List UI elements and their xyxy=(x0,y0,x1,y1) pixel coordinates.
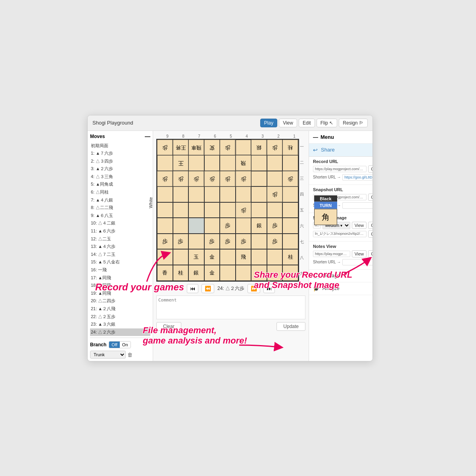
prev-move-button[interactable]: ⏪ xyxy=(202,284,214,293)
shorten-label[interactable]: Shorten URL → xyxy=(313,175,341,179)
board-cell[interactable]: 飛車 xyxy=(188,140,204,155)
board-cell[interactable] xyxy=(220,186,236,202)
board-cell[interactable] xyxy=(251,186,267,202)
board-cell[interactable] xyxy=(188,218,204,234)
board-cell[interactable] xyxy=(267,265,283,281)
board-cell[interactable] xyxy=(236,186,251,202)
board-cell[interactable] xyxy=(173,186,189,202)
board-cell[interactable] xyxy=(267,155,283,171)
list-item[interactable]: 13: ▲４六歩 xyxy=(90,243,150,251)
board-cell[interactable]: 銀 xyxy=(188,265,204,281)
board-cell[interactable] xyxy=(157,218,173,234)
board-cell[interactable]: 歩 xyxy=(267,218,283,234)
board-cell[interactable] xyxy=(204,186,220,202)
board-cell[interactable] xyxy=(282,265,298,281)
board-cell[interactable]: 金 xyxy=(204,249,220,265)
board-cell[interactable] xyxy=(188,155,204,171)
list-item[interactable]: 2: △３四歩 xyxy=(90,157,150,165)
board-cell[interactable]: 歩 xyxy=(157,171,173,187)
board-cell[interactable]: 香 xyxy=(157,265,173,281)
list-item[interactable]: 14: △７二玉 xyxy=(90,251,150,259)
board-cell[interactable]: 歩 xyxy=(173,234,189,250)
list-item[interactable]: 12: △二玉 xyxy=(90,235,150,243)
list-item[interactable]: 初期局面 xyxy=(90,142,150,150)
board-cell[interactable] xyxy=(236,140,251,155)
board-cell[interactable]: 玉 xyxy=(188,249,204,265)
board-cell[interactable] xyxy=(220,202,236,218)
board-cell[interactable]: 歩 xyxy=(236,171,251,187)
board-cell[interactable]: 歩 xyxy=(204,171,220,187)
board-cell[interactable] xyxy=(188,234,204,250)
board-cell[interactable]: 歩 xyxy=(220,140,236,155)
notes-copy-button[interactable]: Copy xyxy=(368,250,373,257)
board-cell[interactable]: 歩 xyxy=(188,171,204,187)
list-item[interactable]: 20: △二四歩 xyxy=(90,297,150,305)
list-item[interactable]: 5: ▲同角成 xyxy=(90,180,150,188)
board-cell[interactable]: 桂 xyxy=(173,265,189,281)
list-item[interactable]: 7: ▲４八銀 xyxy=(90,196,150,204)
clear-button[interactable]: Clear xyxy=(156,322,181,331)
board-cell[interactable]: 歩 xyxy=(220,234,236,250)
manage-item[interactable]: 📄 Manage xyxy=(309,270,373,282)
board-cell[interactable] xyxy=(267,249,283,265)
board-cell[interactable] xyxy=(220,155,236,171)
board-cell[interactable]: 歩 xyxy=(236,234,251,250)
board-cell[interactable]: 歩 xyxy=(236,202,251,218)
list-item[interactable]: 15: ▲５八金右 xyxy=(90,258,150,266)
play-button[interactable]: Play xyxy=(260,119,277,127)
branch-on-button[interactable]: On xyxy=(120,342,131,348)
board-cell[interactable] xyxy=(251,249,267,265)
board-cell[interactable] xyxy=(220,265,236,281)
board-cell[interactable] xyxy=(188,202,204,218)
list-item[interactable]: 4: △３三角 xyxy=(90,173,150,181)
flip-button[interactable]: Flip ↖ xyxy=(317,119,338,127)
next-move-button[interactable]: ⏩ xyxy=(248,284,260,293)
board-cell[interactable] xyxy=(282,218,298,234)
view-button[interactable]: View xyxy=(279,119,297,127)
board-cell[interactable]: 歩 xyxy=(204,234,220,250)
list-item[interactable]: 19: ▲同飛 xyxy=(90,290,150,298)
snapshot-image-view-button[interactable]: View xyxy=(352,222,367,229)
board-cell[interactable] xyxy=(173,218,189,234)
board-cell[interactable] xyxy=(251,171,267,187)
edit-button[interactable]: Edit xyxy=(299,119,315,127)
record-url-input[interactable] xyxy=(313,166,367,172)
snapshot-short-url-input[interactable] xyxy=(342,202,373,209)
list-item[interactable]: 17: ▲同飛 xyxy=(90,274,150,282)
board-cell[interactable] xyxy=(282,202,298,218)
branch-off-button[interactable]: Off xyxy=(109,342,119,348)
board-cell[interactable]: 歩 xyxy=(267,234,283,250)
board-cell[interactable]: 金 xyxy=(204,265,220,281)
list-item[interactable]: 6: △同桂 xyxy=(90,188,150,196)
board-cell[interactable]: 銀 xyxy=(251,140,267,155)
board-cell[interactable]: 王 xyxy=(173,155,189,171)
list-item[interactable]: 16: 一飛 xyxy=(90,266,150,274)
list-item[interactable]: 11: ▲６六歩 xyxy=(90,227,150,235)
list-item[interactable]: 22: △２五歩 xyxy=(90,313,150,321)
board-cell[interactable] xyxy=(173,202,189,218)
list-item[interactable]: 23: ▲３六銀 xyxy=(90,321,150,328)
board-cell[interactable] xyxy=(282,186,298,202)
last-move-button[interactable]: ⏭ xyxy=(263,284,275,293)
board-cell[interactable]: 銀 xyxy=(251,218,267,234)
board-cell[interactable] xyxy=(251,234,267,250)
moves-collapse-icon[interactable]: — xyxy=(145,133,150,140)
board-cell[interactable]: 桂 xyxy=(282,140,298,155)
list-item[interactable]: 9: ▲６八玉 xyxy=(90,212,150,220)
board-cell[interactable]: 歩 xyxy=(267,140,283,155)
record-short-url-input[interactable] xyxy=(342,174,373,180)
list-item[interactable]: 10: △４二銀 xyxy=(90,219,150,227)
snapshot-embed-copy-button[interactable]: Copy xyxy=(368,230,373,238)
board-cell[interactable] xyxy=(251,265,267,281)
update-button[interactable]: Update xyxy=(276,322,305,331)
board-cell[interactable]: 歩 xyxy=(282,171,298,187)
list-item[interactable]: 21: ▲２八飛 xyxy=(90,305,150,313)
notes-shorten-label[interactable]: Shorten URL → xyxy=(313,260,341,264)
list-item[interactable]: 3: ▲２六歩 xyxy=(90,165,150,173)
list-item[interactable]: 8: △二二飛 xyxy=(90,204,150,212)
snapshot-embed-input[interactable] xyxy=(313,231,367,237)
board-cell[interactable] xyxy=(204,155,220,171)
notes-url-input[interactable] xyxy=(313,251,350,257)
comment-input[interactable] xyxy=(156,296,305,319)
list-item[interactable]: 1: ▲７六歩 xyxy=(90,150,150,157)
